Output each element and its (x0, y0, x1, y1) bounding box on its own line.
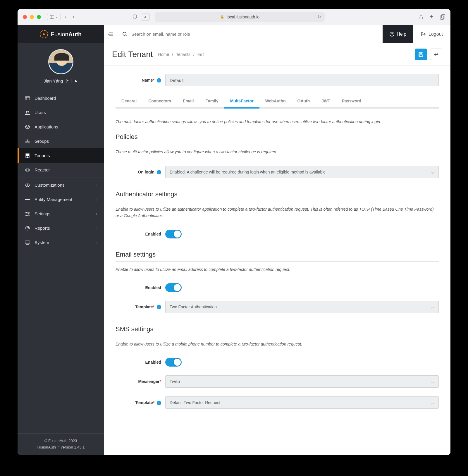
tab-oauth[interactable]: OAuth (292, 94, 316, 109)
email-enabled-toggle[interactable] (165, 283, 182, 292)
info-icon[interactable]: i (157, 170, 161, 174)
email-template-select[interactable]: Two Factor Authentication (165, 301, 439, 313)
list-icon (25, 198, 30, 201)
section-email-title: Email settings (116, 251, 439, 262)
url-bar[interactable]: 🔒 local.fusionauth.io ↻ (155, 12, 325, 22)
breadcrumb-current: Edit (197, 52, 204, 57)
breadcrumb-home[interactable]: Home (158, 52, 169, 57)
name-input[interactable] (165, 74, 439, 86)
window-close-button[interactable] (23, 15, 27, 19)
tab-email[interactable]: Email (177, 94, 199, 109)
sidebar-footer: © FusionAuth 2023 FusionAuth™ version 1.… (18, 433, 104, 455)
on-login-label: On login i (116, 170, 165, 175)
sidebar-item-customizations[interactable]: Customizations ‹ (18, 178, 104, 192)
dashboard-icon (25, 96, 30, 100)
svg-rect-0 (50, 15, 54, 18)
sidebar-item-groups[interactable]: Groups (18, 134, 104, 148)
browser-window: ⌄ ‹ › A 🔒 local.fusionauth.io ↻ + Fusion… (18, 9, 450, 455)
sms-template-select[interactable]: Default Two Factor Request (165, 396, 439, 409)
share-icon[interactable] (419, 14, 423, 20)
tab-family[interactable]: Family (199, 94, 224, 109)
user-name: Jian Yáng (44, 78, 63, 83)
avatar[interactable] (48, 49, 73, 74)
privacy-shield-icon[interactable] (131, 13, 139, 21)
tab-webauthn[interactable]: WebAuthn (259, 94, 292, 109)
sidebar-label: Groups (35, 139, 49, 144)
brand-logo[interactable]: FusionAuth (18, 25, 104, 43)
location-icon[interactable]: ➤ (74, 79, 78, 83)
tab-connectors[interactable]: Connectors (142, 94, 177, 109)
sidebar-item-system[interactable]: System ‹ (18, 235, 104, 250)
monitor-icon (25, 240, 30, 245)
sidebar-item-users[interactable]: Users (18, 105, 104, 120)
help-button[interactable]: Help (383, 25, 413, 43)
tabs-icon[interactable] (440, 14, 445, 20)
svg-rect-14 (26, 154, 27, 155)
info-icon[interactable]: i (157, 401, 161, 405)
app-sidebar: FusionAuth Jian Yáng ➤ Dashboard Users (18, 25, 104, 455)
sidebar-item-applications[interactable]: Applications (18, 120, 104, 134)
svg-rect-4 (25, 96, 30, 100)
sidebar-item-tenants[interactable]: Tenants (18, 148, 104, 163)
email-enabled-label: Enabled (116, 285, 165, 290)
search-input[interactable] (131, 32, 377, 37)
sms-messenger-label: Messenger* (116, 379, 165, 384)
url-text: local.fusionauth.io (227, 15, 259, 19)
browser-sidebar-button[interactable]: ⌄ (47, 14, 61, 20)
page-title: Edit Tenant (112, 50, 153, 59)
sidebar-item-settings[interactable]: Settings ‹ (18, 207, 104, 221)
svg-point-40 (123, 32, 126, 35)
sidebar-collapse-button[interactable] (104, 25, 117, 43)
sliders-icon (25, 212, 30, 216)
svg-rect-2 (440, 16, 444, 19)
save-button[interactable] (415, 49, 427, 60)
on-login-select[interactable]: Enabled. A challenge will be required du… (165, 166, 439, 178)
sms-enabled-toggle[interactable] (165, 358, 182, 367)
tab-multi-factor[interactable]: Multi-Factor (224, 94, 259, 109)
tab-general[interactable]: General (116, 94, 142, 109)
sidebar-item-reports[interactable]: Reports ‹ (18, 221, 104, 235)
info-icon[interactable]: i (157, 78, 161, 83)
text-size-icon[interactable]: A (141, 13, 150, 21)
chevron-left-icon: ‹ (96, 212, 97, 216)
brand-name: FusionAuth (51, 31, 82, 38)
sidebar-item-reactor[interactable]: Reactor (18, 163, 104, 177)
auth-enabled-toggle[interactable] (165, 230, 182, 238)
sidebar-item-dashboard[interactable]: Dashboard (18, 91, 104, 105)
section-email-desc: Enable to allow users to utilize an emai… (116, 266, 439, 273)
logo-icon (40, 30, 48, 38)
reactor-icon (25, 168, 30, 172)
section-sms-desc: Enable to allow users to utilize a mobil… (116, 341, 439, 347)
svg-rect-12 (29, 142, 30, 143)
new-tab-icon[interactable]: + (430, 14, 433, 20)
id-card-icon[interactable] (66, 79, 71, 83)
section-auth-title: Authenticator settings (116, 190, 439, 201)
info-icon[interactable]: i (157, 305, 161, 309)
page-header: Edit Tenant Home/ Tenants/ Edit ↩ (104, 43, 450, 66)
logout-button[interactable]: Logout (413, 32, 450, 37)
sidebar-label: System (35, 240, 49, 245)
tab-password[interactable]: Password (336, 94, 367, 109)
svg-rect-17 (26, 155, 27, 156)
help-icon (390, 32, 394, 37)
sms-enabled-label: Enabled (116, 360, 165, 365)
window-minimize-button[interactable] (30, 15, 34, 19)
user-profile: Jian Yáng ➤ (18, 43, 104, 91)
chevron-down-icon: ⌄ (55, 15, 58, 18)
users-icon (25, 111, 30, 115)
sidebar-label: Reactor (35, 167, 50, 172)
tab-jwt[interactable]: JWT (316, 94, 336, 109)
main-panel: Help Logout Edit Tenant Home/ Tenants/ E… (104, 25, 450, 455)
browser-back-button[interactable]: ‹ (63, 14, 68, 20)
sms-messenger-select[interactable]: Twilio (165, 375, 439, 388)
sidebar-item-entity-management[interactable]: Entity Management ‹ (18, 192, 104, 207)
browser-forward-button[interactable]: › (71, 14, 76, 20)
svg-point-29 (26, 212, 27, 213)
breadcrumb-tenants[interactable]: Tenants (176, 52, 190, 57)
section-policies-desc: These multi-factor policies allow you to… (116, 149, 439, 155)
logout-icon (421, 32, 426, 37)
back-button[interactable]: ↩ (430, 49, 442, 60)
window-maximize-button[interactable] (37, 15, 41, 19)
svg-point-7 (26, 111, 27, 113)
refresh-icon[interactable]: ↻ (317, 14, 321, 20)
